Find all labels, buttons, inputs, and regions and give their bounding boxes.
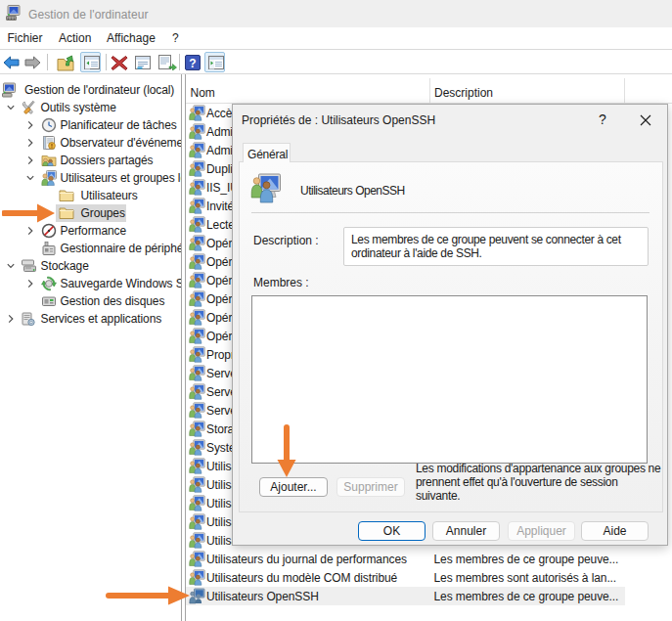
svg-text:?: ?	[189, 57, 196, 70]
